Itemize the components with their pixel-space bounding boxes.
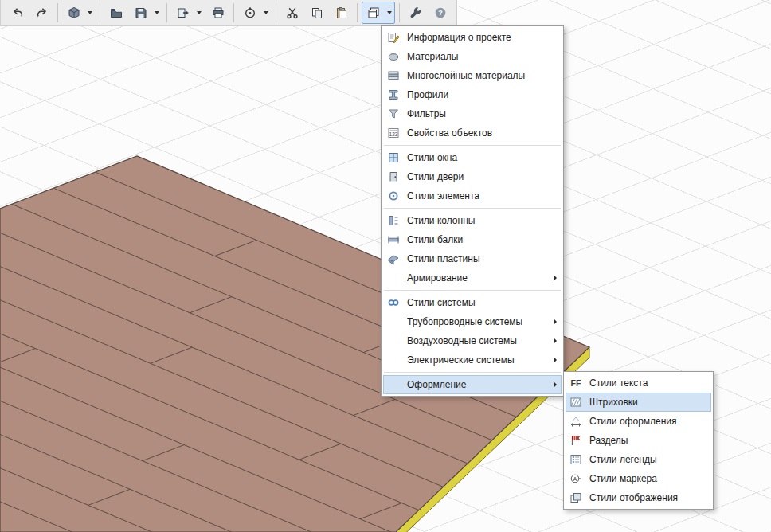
- menu-item-marker-styles[interactable]: AСтили маркера: [566, 469, 711, 488]
- svg-text:123: 123: [389, 131, 398, 137]
- decoration-submenu: FFСтили текстаШтриховкиСтили оформленияР…: [563, 371, 714, 510]
- menu-item-label: Стили окна: [407, 152, 562, 163]
- menu-item-label: Информация о проекте: [407, 32, 562, 43]
- toolbar-separator: [57, 3, 58, 22]
- settings-group: [404, 2, 427, 24]
- manage-styles-menu: Информация о проектеМатериалыМногослойны…: [381, 25, 564, 397]
- menu-item-text-styles[interactable]: FFСтили текста: [566, 374, 711, 393]
- export-icon: [177, 6, 190, 19]
- menu-separator: [384, 290, 561, 291]
- measure-button[interactable]: [239, 2, 260, 23]
- menu-item-label: Стили легенды: [589, 454, 711, 465]
- filters-icon: [387, 108, 400, 120]
- toolbar-separator: [100, 3, 100, 22]
- manage-styles-dropdown-arrow[interactable]: [384, 2, 394, 23]
- project-info-icon: [387, 31, 400, 44]
- menu-item-label: Стили элемента: [407, 190, 562, 201]
- no-icon: [387, 272, 400, 284]
- legend-styles-icon: [569, 453, 582, 466]
- menu-item-label: Штриховки: [589, 397, 711, 408]
- manage-styles-button[interactable]: [362, 2, 384, 23]
- no-icon: [387, 354, 400, 366]
- cube-icon: [68, 6, 80, 19]
- no-icon: [387, 334, 400, 347]
- cut-button[interactable]: [281, 2, 303, 23]
- scissors-icon: [286, 6, 299, 19]
- menu-separator: [384, 372, 561, 373]
- help-button[interactable]: ?: [429, 2, 451, 23]
- export-button[interactable]: [172, 2, 194, 23]
- styles-icon: [367, 6, 380, 19]
- menu-item-door-styles[interactable]: Стили двери: [383, 167, 562, 186]
- menu-item-reinforcement[interactable]: Армирование: [383, 268, 562, 288]
- menu-item-label: Электрические системы: [407, 354, 554, 366]
- copy-group: [305, 2, 328, 24]
- caret-down-icon: [264, 11, 268, 14]
- view-3d-dropdown-arrow[interactable]: [84, 2, 95, 23]
- view-3d-button[interactable]: [63, 2, 84, 23]
- view-3d-group: [62, 2, 96, 24]
- submenu-arrow-icon: [554, 381, 557, 388]
- multilayer-icon: [387, 69, 400, 82]
- menu-item-label: Разделы: [589, 435, 711, 446]
- undo-group: [6, 2, 29, 24]
- measure-dropdown-arrow[interactable]: [260, 2, 271, 23]
- svg-text:?: ?: [438, 9, 443, 17]
- menu-item-beam-styles[interactable]: Стили балки: [383, 230, 562, 249]
- save-button[interactable]: [130, 2, 151, 23]
- menu-item-legend-styles[interactable]: Стили легенды: [566, 450, 711, 469]
- menu-item-filters[interactable]: Фильтры: [383, 104, 562, 123]
- paste-button[interactable]: [331, 2, 352, 23]
- menu-separator: [384, 145, 561, 146]
- paste-group: [330, 2, 353, 24]
- plate-styles-icon: [387, 252, 400, 265]
- menu-item-label: Многослойные материалы: [407, 70, 562, 81]
- toolbar-separator: [357, 3, 358, 22]
- menu-item-object-properties[interactable]: 123Свойства объектов: [383, 123, 562, 143]
- print-button[interactable]: [207, 2, 229, 23]
- menu-item-label: Стили двери: [407, 171, 562, 182]
- menu-item-element-styles[interactable]: Стили элемента: [383, 186, 562, 205]
- menu-item-column-styles[interactable]: Стили колонны: [383, 211, 562, 230]
- menu-item-window-styles[interactable]: Стили окна: [383, 148, 562, 167]
- menu-item-system-styles[interactable]: Стили системы: [383, 293, 562, 312]
- menu-item-materials[interactable]: Материалы: [383, 47, 562, 66]
- menu-item-piping-systems[interactable]: Трубопроводные системы: [383, 312, 562, 331]
- compass-icon: [244, 6, 256, 19]
- materials-icon: [387, 50, 400, 63]
- menu-item-plate-styles[interactable]: Стили пластины: [383, 249, 562, 268]
- export-dropdown-arrow[interactable]: [194, 2, 204, 23]
- menu-item-annotation-styles[interactable]: Стили оформления: [566, 412, 711, 431]
- menu-item-label: Стили колонны: [407, 215, 562, 226]
- menu-item-decoration[interactable]: Оформление: [383, 375, 562, 394]
- undo-button[interactable]: [6, 2, 28, 23]
- menu-item-hatches[interactable]: Штриховки: [566, 393, 711, 412]
- beam-styles-icon: [387, 233, 400, 246]
- caret-down-icon: [88, 11, 92, 14]
- menu-item-label: Стили оформления: [589, 416, 711, 427]
- column-styles-icon: [387, 214, 400, 227]
- menu-item-multilayer-materials[interactable]: Многослойные материалы: [383, 66, 562, 85]
- save-icon: [135, 6, 147, 19]
- settings-button[interactable]: [405, 2, 426, 23]
- menu-item-label: Трубопроводные системы: [407, 316, 554, 327]
- menu-item-sections[interactable]: Разделы: [566, 431, 711, 450]
- menu-item-label: Стили системы: [407, 297, 562, 308]
- toolbar-separator: [166, 3, 167, 22]
- save-dropdown-arrow[interactable]: [151, 2, 162, 23]
- cad-application-window: ? Информация о проектеМатериалыМногослой…: [0, 0, 771, 532]
- menu-item-project-info[interactable]: Информация о проекте: [383, 28, 562, 47]
- redo-button[interactable]: [31, 2, 53, 23]
- door-styles-icon: [387, 170, 400, 183]
- menu-item-profiles[interactable]: Профили: [383, 85, 562, 104]
- menu-item-air-duct-systems[interactable]: Воздуховодные системы: [383, 331, 562, 350]
- menu-item-electrical-systems[interactable]: Электрические системы: [383, 350, 562, 370]
- menu-item-label: Материалы: [407, 51, 562, 62]
- submenu-arrow-icon: [554, 275, 557, 281]
- copy-button[interactable]: [306, 2, 327, 23]
- main-toolbar: ?: [0, 0, 457, 26]
- caret-down-icon: [155, 11, 159, 14]
- toolbar-separator: [276, 3, 276, 22]
- open-button[interactable]: [105, 2, 127, 23]
- menu-item-display-styles[interactable]: Стили отображения: [566, 488, 711, 507]
